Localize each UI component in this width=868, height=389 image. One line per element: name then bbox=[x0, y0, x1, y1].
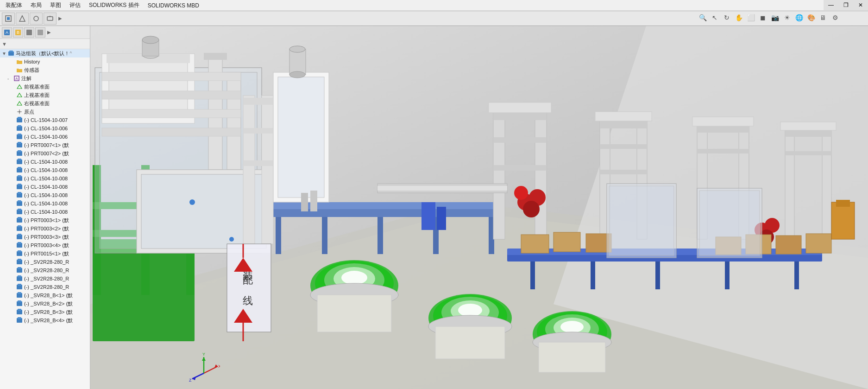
tree-sensors[interactable]: 传感器 bbox=[0, 66, 90, 74]
tree-part-item[interactable]: (-) _SVR28_B<4> (默 bbox=[0, 316, 90, 325]
toolbar-btn-2[interactable] bbox=[16, 13, 29, 25]
tree-part-item[interactable]: (-) CL-1504-10-008 bbox=[0, 174, 90, 183]
svg-rect-195 bbox=[310, 191, 317, 211]
camera-icon[interactable]: 📷 bbox=[770, 13, 780, 23]
rotate-icon[interactable]: ↻ bbox=[722, 13, 732, 23]
part-label: (-) _SVR28_B<1> (默 bbox=[24, 292, 73, 299]
view-icon[interactable]: ⬜ bbox=[746, 13, 756, 23]
tree-part-item[interactable]: (-) PRT0003<2> (默 bbox=[0, 224, 90, 233]
tree-root[interactable]: ▼ 马达组装（默认<默认！ ^ bbox=[0, 49, 90, 57]
svg-rect-173 bbox=[521, 235, 549, 253]
menu-sketch[interactable]: 草图 bbox=[46, 0, 65, 10]
tree-part-item[interactable]: (-) CL-1504-10-008 bbox=[0, 199, 90, 208]
tree-part-item[interactable]: (-) PRT0003<3> (默 bbox=[0, 233, 90, 241]
tree-part-item[interactable]: (-) PRT0003<4> (默 bbox=[0, 241, 90, 249]
tree-part-item[interactable]: (-) _SV2R28-280_R bbox=[0, 274, 90, 283]
render-icon[interactable]: 🌐 bbox=[794, 13, 804, 23]
svg-rect-113 bbox=[289, 49, 306, 75]
tree-part-item[interactable]: (-) CL-1504-10-008 bbox=[0, 191, 90, 199]
color-icon[interactable]: 🎨 bbox=[806, 13, 816, 23]
filter-icon[interactable]: ▼ bbox=[2, 41, 7, 47]
tree-part-item[interactable]: (-) CL-1504-10-008 bbox=[0, 158, 90, 166]
part-label: (-) CL-1504-10-006 bbox=[24, 126, 68, 131]
part-icon bbox=[16, 159, 23, 165]
minimize-button[interactable]: — bbox=[824, 0, 838, 10]
display-icon[interactable]: 🖥 bbox=[818, 13, 828, 23]
tree-part-item[interactable]: (-) CL-1504-10-006 bbox=[0, 124, 90, 133]
panel-icon-3[interactable] bbox=[24, 27, 34, 38]
tree-part-item[interactable]: (-) _SVR28_B<3> (默 bbox=[0, 308, 90, 316]
svg-marker-17 bbox=[17, 102, 22, 105]
part-label: (-) CL-1504-10-008 bbox=[24, 167, 68, 173]
close-button[interactable]: ✕ bbox=[853, 0, 868, 10]
svg-rect-102 bbox=[322, 217, 327, 254]
svg-rect-50 bbox=[18, 234, 21, 236]
svg-point-89 bbox=[142, 36, 159, 44]
menu-evaluate[interactable]: 评估 bbox=[66, 0, 84, 10]
toolbar-btn-3[interactable] bbox=[30, 13, 43, 25]
panel-toolbar: A B ▶ bbox=[0, 26, 90, 39]
menu-sw-mbd[interactable]: SOLIDWORKS MBD bbox=[144, 1, 203, 10]
svg-rect-168 bbox=[530, 261, 535, 289]
cursor-icon[interactable]: ↖ bbox=[710, 13, 720, 23]
toolbar-btn-1[interactable] bbox=[2, 13, 15, 25]
svg-rect-38 bbox=[18, 184, 21, 185]
toolbar-more[interactable]: ▶ bbox=[57, 16, 63, 21]
tree-part-item[interactable]: (-) _SV2R28-280_R bbox=[0, 283, 90, 291]
tree-part-item[interactable]: (-) _SV2R28-280_R bbox=[0, 266, 90, 274]
tree-history[interactable]: History bbox=[0, 57, 90, 66]
pan-icon[interactable]: ✋ bbox=[734, 13, 744, 23]
part-icon bbox=[16, 217, 23, 223]
part-icon bbox=[16, 300, 23, 307]
tree-origin[interactable]: 原点 bbox=[0, 108, 90, 116]
panel-more[interactable]: ▶ bbox=[46, 30, 52, 35]
svg-rect-194 bbox=[301, 193, 308, 211]
part-icon bbox=[16, 292, 23, 299]
svg-rect-179 bbox=[806, 234, 831, 253]
svg-rect-70 bbox=[18, 317, 21, 319]
tree-front-plane[interactable]: 前视基准面 bbox=[0, 83, 90, 91]
svg-rect-54 bbox=[18, 250, 21, 252]
tree-annotation[interactable]: - A 注解 bbox=[0, 74, 90, 83]
tree-part-item[interactable]: (-) CL-1504-10-008 bbox=[0, 208, 90, 216]
panel-icon-2[interactable]: B bbox=[13, 27, 23, 38]
panel-icon-4[interactable] bbox=[35, 27, 45, 38]
zoom-icon[interactable]: 🔍 bbox=[698, 13, 708, 23]
menu-assembly[interactable]: 装配体 bbox=[2, 0, 26, 10]
tree-part-item[interactable]: (-) PRT0015<1> (默 bbox=[0, 249, 90, 258]
restore-button[interactable]: ❐ bbox=[838, 0, 853, 10]
svg-rect-152 bbox=[697, 149, 749, 153]
annotation-toggle[interactable]: - bbox=[7, 76, 13, 81]
tree-part-item[interactable]: (-) PRT0003<1> (默 bbox=[0, 216, 90, 224]
toolbar-btn-4[interactable] bbox=[44, 13, 57, 25]
menu-sw-plugins[interactable]: SOLIDWORKS 插件 bbox=[85, 0, 143, 10]
svg-point-162 bbox=[514, 186, 528, 200]
tree-right-plane[interactable]: 右视基准面 bbox=[0, 99, 90, 108]
svg-rect-155 bbox=[822, 128, 831, 239]
viewport[interactable]: 装 配 线 bbox=[90, 26, 868, 389]
tree-part-item[interactable]: (-) _SV2R28-280_R bbox=[0, 258, 90, 266]
origin-icon bbox=[16, 108, 23, 115]
tree-part-item[interactable]: (-) _SVR28_B<2> (默 bbox=[0, 300, 90, 308]
menu-layout[interactable]: 布局 bbox=[27, 0, 45, 10]
root-toggle[interactable]: ▼ bbox=[2, 51, 7, 56]
tree-top-plane[interactable]: 上视基准面 bbox=[0, 91, 90, 99]
tree-part-item[interactable]: (-) _SVR28_B<1> (默 bbox=[0, 291, 90, 300]
light-icon[interactable]: ☀ bbox=[782, 13, 792, 23]
view2-icon[interactable]: ◼ bbox=[758, 13, 768, 23]
main-layout: A B ▶ ▼ ▼ bbox=[0, 26, 868, 389]
svg-marker-16 bbox=[17, 93, 22, 97]
svg-rect-66 bbox=[18, 300, 21, 302]
tree-part-item[interactable]: (-) CL-1504-10-007 bbox=[0, 116, 90, 124]
svg-rect-158 bbox=[780, 122, 836, 130]
panel-icon-1[interactable]: A bbox=[2, 27, 12, 38]
part-icon bbox=[16, 275, 23, 282]
part-label: (-) PRT0007<2> (默 bbox=[24, 150, 69, 157]
tree-part-item[interactable]: (-) CL-1504-10-006 bbox=[0, 133, 90, 141]
tree-part-item[interactable]: (-) PRT0007<2> (默 bbox=[0, 149, 90, 158]
tree-part-item[interactable]: (-) PRT0007<1> (默 bbox=[0, 141, 90, 149]
tree-part-item[interactable]: (-) CL-1504-10-008 bbox=[0, 183, 90, 191]
tree-part-item[interactable]: (-) CL-1504-10-008 bbox=[0, 166, 90, 174]
part-label: (-) CL-1504-10-006 bbox=[24, 134, 68, 140]
settings-icon[interactable]: ⚙ bbox=[830, 13, 840, 23]
